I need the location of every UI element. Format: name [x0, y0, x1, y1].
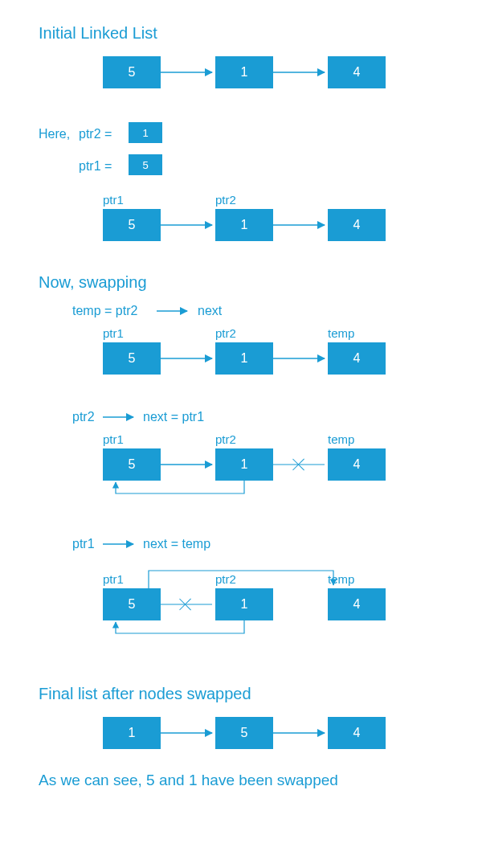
ptr2-label-2: ptr2	[215, 326, 236, 340]
arrow-p1n-back	[112, 620, 257, 645]
node-p2n-0: 5	[103, 448, 161, 481]
arrow-labeled-1	[273, 225, 328, 227]
here-label: Here,	[39, 127, 70, 141]
temp-label-3: temp	[328, 432, 354, 446]
arrow-temp-0	[161, 358, 215, 360]
arrow-final-1	[273, 733, 328, 735]
node-p1n-2: 4	[328, 588, 386, 620]
node-final-1: 5	[215, 717, 273, 749]
node-p1n-0: 5	[103, 588, 161, 620]
node-p1n-1: 1	[215, 588, 273, 620]
heading-final: Final list after nodes swapped	[39, 685, 251, 703]
arrow-p2n-back	[112, 481, 257, 505]
ptr1-label-4: ptr1	[103, 572, 124, 586]
arrow-p2n-0	[161, 465, 215, 466]
ptr1-eq-label: ptr1 =	[79, 159, 112, 174]
ptr2-label-3: ptr2	[215, 432, 236, 446]
node-p2n-1: 1	[215, 448, 273, 481]
ptr2-eq-label: ptr2 =	[79, 127, 112, 141]
arrow-initial-1	[273, 72, 328, 74]
node-temp-1: 1	[215, 342, 273, 375]
node-initial-0: 5	[103, 56, 161, 88]
arrow-final-0	[161, 733, 215, 735]
expr-ptr1-right: next = temp	[143, 537, 210, 551]
ptr2-label-1: ptr2	[215, 193, 236, 207]
node-initial-1: 1	[215, 56, 273, 88]
ptr1-label-3: ptr1	[103, 432, 124, 446]
arrow-initial-0	[161, 72, 215, 74]
expr-ptr1-left: ptr1	[72, 537, 95, 551]
heading-initial: Initial Linked List	[39, 24, 157, 43]
conclusion-text: As we can see, 5 and 1 have been swapped	[39, 772, 338, 789]
node-temp-0: 5	[103, 342, 161, 375]
small-node-ptr1: 5	[129, 154, 162, 175]
ptr1-label-1: ptr1	[103, 193, 124, 207]
arrow-temp-1	[273, 358, 328, 360]
node-initial-2: 4	[328, 56, 386, 88]
node-labeled-0: 5	[103, 209, 161, 241]
node-p2n-2: 4	[328, 448, 386, 481]
node-final-0: 1	[103, 717, 161, 749]
cross-icon-2	[178, 597, 193, 612]
node-final-2: 4	[328, 717, 386, 749]
temp-label-2: temp	[328, 326, 354, 340]
ptr1-label-2: ptr1	[103, 326, 124, 340]
node-labeled-1: 1	[215, 209, 273, 241]
expr-ptr2-arrow	[103, 417, 137, 419]
expr-temp-left: temp = ptr2	[72, 304, 137, 318]
expr-temp-right: next	[198, 304, 222, 318]
arrow-p1n-over	[149, 566, 338, 590]
cross-icon-1	[292, 457, 306, 472]
heading-swapping: Now, swapping	[39, 273, 147, 292]
node-temp-2: 4	[328, 342, 386, 375]
node-labeled-2: 4	[328, 209, 386, 241]
small-node-ptr2: 1	[129, 122, 162, 143]
expr-ptr2-right: next = ptr1	[143, 410, 204, 424]
expr-temp-arrow	[157, 311, 190, 313]
arrow-labeled-0	[161, 225, 215, 227]
expr-ptr1-arrow	[103, 544, 137, 546]
expr-ptr2-left: ptr2	[72, 410, 95, 424]
